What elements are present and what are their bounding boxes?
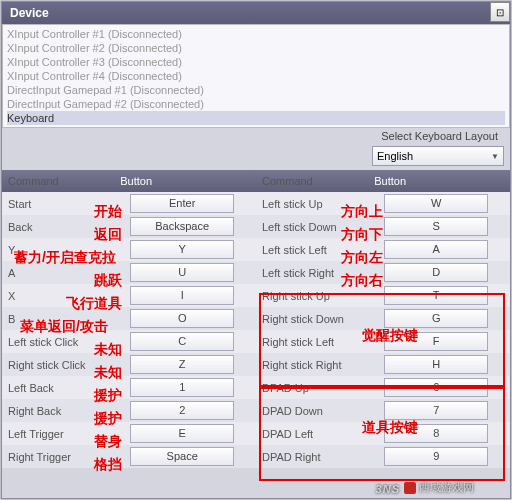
keyboard-layout-select-row: English ▼ <box>2 146 510 170</box>
binding-field[interactable]: E <box>130 424 234 443</box>
binding-field[interactable]: O <box>130 309 234 328</box>
table-row: Left Back1 <box>2 376 256 399</box>
device-panel-title: Device <box>2 2 510 24</box>
watermark-brand: 3NS <box>376 483 400 495</box>
binding-field[interactable]: 1 <box>130 378 234 397</box>
window-button[interactable]: ⊡ <box>490 2 510 22</box>
cmd-label: Right Trigger <box>2 451 108 463</box>
binding-field[interactable]: C <box>130 332 234 351</box>
bindings-col-right: Command Button Left stick UpW Left stick… <box>256 170 510 468</box>
table-row: DPAD Up6 <box>256 376 510 399</box>
cmd-label: Left Trigger <box>2 428 108 440</box>
binding-field[interactable]: W <box>384 194 488 213</box>
window-button-icon: ⊡ <box>496 7 504 18</box>
cmd-label: Left stick Up <box>256 198 362 210</box>
table-row: Right stick RightH <box>256 353 510 376</box>
cmd-label: DPAD Left <box>256 428 362 440</box>
keyboard-layout-select[interactable]: English ▼ <box>372 146 504 166</box>
device-item[interactable]: DirectInput Gamepad #1 (Disconnected) <box>7 83 505 97</box>
keyboard-layout-label: Select Keyboard Layout <box>381 130 498 142</box>
device-item[interactable]: DirectInput Gamepad #2 (Disconnected) <box>7 97 505 111</box>
table-row: StartEnter <box>2 192 256 215</box>
table-row: Left stick LeftA <box>256 238 510 261</box>
binding-field[interactable]: 6 <box>384 378 488 397</box>
cmd-label: Left Back <box>2 382 108 394</box>
cmd-label: Right stick Right <box>256 359 362 371</box>
table-row: Right Back2 <box>2 399 256 422</box>
table-row: XI <box>2 284 256 307</box>
binding-field[interactable]: H <box>384 355 488 374</box>
cmd-label: X <box>2 290 108 302</box>
cmd-label: Left stick Click <box>2 336 108 348</box>
cmd-label: DPAD Down <box>256 405 362 417</box>
binding-field[interactable]: F <box>384 332 488 351</box>
table-row: DPAD Right9 <box>256 445 510 468</box>
table-header: Command Button <box>256 170 510 192</box>
cmd-label: Left stick Right <box>256 267 362 279</box>
table-row: Left stick DownS <box>256 215 510 238</box>
table-row: Right TriggerSpace <box>2 445 256 468</box>
header-command: Command <box>2 175 100 187</box>
watermark-site: 西域游戏网 <box>404 480 474 495</box>
binding-field[interactable]: U <box>130 263 234 282</box>
watermark-icon <box>404 482 416 494</box>
table-row: AU <box>2 261 256 284</box>
table-row: Left stick ClickC <box>2 330 256 353</box>
table-row: Right stick LeftF <box>256 330 510 353</box>
device-item[interactable]: XInput Controller #2 (Disconnected) <box>7 41 505 55</box>
binding-field[interactable]: Y <box>130 240 234 259</box>
keyboard-layout-value: English <box>377 150 413 162</box>
table-row: Right stick DownG <box>256 307 510 330</box>
binding-field[interactable]: 8 <box>384 424 488 443</box>
binding-field[interactable]: Z <box>130 355 234 374</box>
binding-field[interactable]: Space <box>130 447 234 466</box>
table-row: Left TriggerE <box>2 422 256 445</box>
device-item[interactable]: Keyboard <box>7 111 505 125</box>
cmd-label: DPAD Right <box>256 451 362 463</box>
binding-field[interactable]: D <box>384 263 488 282</box>
cmd-label: Right stick Left <box>256 336 362 348</box>
binding-field[interactable]: 2 <box>130 401 234 420</box>
table-row: Left stick UpW <box>256 192 510 215</box>
cmd-label: Left stick Down <box>256 221 362 233</box>
table-row: DPAD Left8 <box>256 422 510 445</box>
device-item[interactable]: XInput Controller #4 (Disconnected) <box>7 69 505 83</box>
dialog: ⊡ Device XInput Controller #1 (Disconnec… <box>1 1 511 499</box>
binding-field[interactable]: S <box>384 217 488 236</box>
cmd-label: Right stick Down <box>256 313 362 325</box>
table-row: Right stick UpT <box>256 284 510 307</box>
cmd-label: A <box>2 267 108 279</box>
bindings-table: Command Button StartEnter BackBackspace … <box>2 170 510 468</box>
cmd-label: Start <box>2 198 108 210</box>
table-row: BO <box>2 307 256 330</box>
cmd-label: Back <box>2 221 108 233</box>
table-row: YY <box>2 238 256 261</box>
bindings-col-left: Command Button StartEnter BackBackspace … <box>2 170 256 468</box>
binding-field[interactable]: G <box>384 309 488 328</box>
cmd-label: Right stick Up <box>256 290 362 302</box>
binding-field[interactable]: 9 <box>384 447 488 466</box>
binding-field[interactable]: Backspace <box>130 217 234 236</box>
device-item[interactable]: XInput Controller #1 (Disconnected) <box>7 27 505 41</box>
keyboard-layout-row: Select Keyboard Layout <box>2 128 510 146</box>
watermark-text: 西域游戏网 <box>419 481 474 493</box>
header-command: Command <box>256 175 354 187</box>
table-row: BackBackspace <box>2 215 256 238</box>
device-item[interactable]: XInput Controller #3 (Disconnected) <box>7 55 505 69</box>
binding-field[interactable]: Enter <box>130 194 234 213</box>
cmd-label: Right Back <box>2 405 108 417</box>
binding-field[interactable]: A <box>384 240 488 259</box>
header-button: Button <box>354 175 510 187</box>
header-button: Button <box>100 175 256 187</box>
cmd-label: Right stick Click <box>2 359 108 371</box>
binding-field[interactable]: T <box>384 286 488 305</box>
table-row: Left stick RightD <box>256 261 510 284</box>
binding-field[interactable]: 7 <box>384 401 488 420</box>
chevron-down-icon: ▼ <box>491 152 499 161</box>
cmd-label: Y <box>2 244 108 256</box>
table-header: Command Button <box>2 170 256 192</box>
device-list[interactable]: XInput Controller #1 (Disconnected) XInp… <box>2 24 510 128</box>
table-row: Right stick ClickZ <box>2 353 256 376</box>
binding-field[interactable]: I <box>130 286 234 305</box>
cmd-label: Left stick Left <box>256 244 362 256</box>
